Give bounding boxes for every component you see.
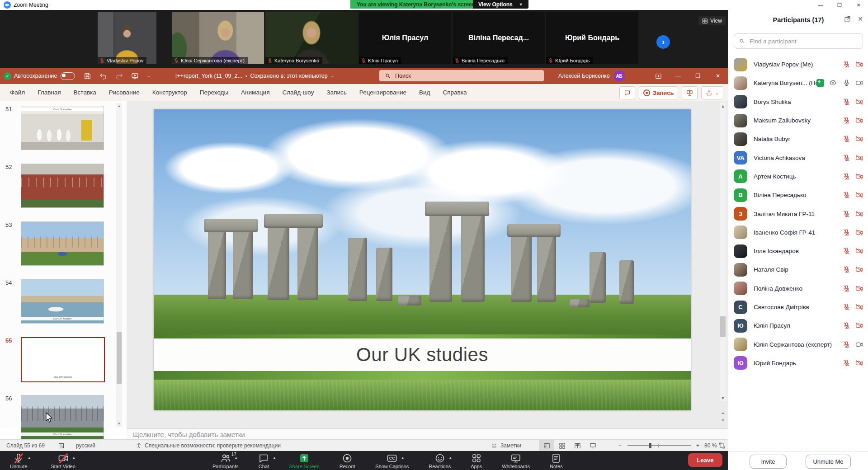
participant-row[interactable]: ЮЮрий Бондарь xyxy=(728,354,868,372)
share-button[interactable]: ⌄ xyxy=(701,86,723,99)
thumbnail-scrollbar[interactable]: ▲ ▼ xyxy=(116,103,122,427)
slide-thumbnail-row[interactable]: 56 Our UK studies xyxy=(0,395,127,440)
slide-thumbnail-row[interactable]: 51 Our UK studies xyxy=(0,106,127,151)
ppt-search-box[interactable]: Поиск xyxy=(379,70,544,81)
toolbar-record[interactable]: Record xyxy=(340,452,355,469)
close-panel-icon[interactable]: ✕ xyxy=(858,15,863,23)
ribbon-tab-5[interactable]: Переходы xyxy=(193,84,235,101)
redo-icon[interactable] xyxy=(115,72,123,80)
toolbar-apps[interactable]: Apps xyxy=(471,452,482,469)
slide-canvas[interactable]: Our UK studies xyxy=(154,109,691,410)
language-indicator[interactable]: русский xyxy=(76,440,95,451)
ribbon-tab-8[interactable]: Запись xyxy=(320,84,353,101)
slide-title[interactable]: Our UK studies xyxy=(356,344,488,366)
slide-thumbnail[interactable]: Our UK studies xyxy=(21,279,104,324)
ribbon-tab-6[interactable]: Анимация xyxy=(235,84,276,101)
zoom-in-button[interactable]: + xyxy=(696,440,699,451)
invite-button[interactable]: Invite xyxy=(750,455,787,469)
ribbon-tab-0[interactable]: Файл xyxy=(4,84,31,101)
normal-view-button[interactable] xyxy=(539,440,554,451)
toolbar-unmute[interactable]: ▲ Unmute xyxy=(10,452,28,469)
participant-row[interactable]: Юлія Сержантова (експерт) xyxy=(728,335,868,353)
participant-row[interactable]: ВВіліна Пересадько xyxy=(728,186,868,204)
chevron-up-icon[interactable]: ▲ xyxy=(234,456,238,460)
toolbar-share-screen[interactable]: Share Screen xyxy=(289,452,319,469)
toolbar-reactions[interactable]: ▲ Reactions xyxy=(429,452,451,469)
chevron-up-icon[interactable]: ▲ xyxy=(401,456,405,460)
video-tile[interactable]: Юлія Сержантова (експерт) xyxy=(172,12,264,64)
spellcheck-icon[interactable] xyxy=(58,440,65,451)
record-button[interactable]: Запись xyxy=(639,86,678,99)
participant-row[interactable]: Іваненко Софія ГР-41 xyxy=(728,223,868,242)
slide-scrollbar[interactable]: ▲ ▼ xyxy=(720,103,726,401)
next-slide-button[interactable]: ⏷ xyxy=(720,417,726,424)
video-tile[interactable]: Юлія Прасул Юлія Прасул xyxy=(359,12,451,64)
save-icon[interactable] xyxy=(84,72,91,80)
autosave-toggle[interactable] xyxy=(61,72,75,80)
participant-row[interactable]: ЮЮлія Прасул xyxy=(728,316,868,335)
slideshow-icon[interactable] xyxy=(131,72,139,80)
zoom-view-button[interactable]: View xyxy=(698,16,726,25)
zoom-slider[interactable] xyxy=(627,445,691,446)
video-tile[interactable]: Віліна Пересад... Віліна Пересадько xyxy=(453,12,545,64)
toolbar-participants[interactable]: 17 ▲ Participants xyxy=(212,452,238,469)
participant-row[interactable]: Vladyslav Popov (Me) xyxy=(728,55,868,74)
slide-thumbnail[interactable] xyxy=(21,221,104,266)
chevron-up-icon[interactable]: ▲ xyxy=(273,456,277,460)
participant-row[interactable]: AАртем Костиць xyxy=(728,167,868,186)
leave-button[interactable]: Leave xyxy=(688,453,722,467)
participant-row[interactable]: Поліна Довженко xyxy=(728,279,868,298)
chevron-up-icon[interactable]: ▲ xyxy=(27,456,31,460)
close-button[interactable]: ✕ xyxy=(849,0,868,10)
scroll-down-icon[interactable]: ▼ xyxy=(720,395,726,401)
undo-icon[interactable] xyxy=(99,72,107,80)
ribbon-tab-4[interactable]: Конструктор xyxy=(146,84,193,101)
accessibility-checker[interactable]: Специальные возможности: проверьте реком… xyxy=(136,440,281,451)
ribbon-tab-7[interactable]: Слайд-шоу xyxy=(276,84,320,101)
toolbar-show-captions[interactable]: CC ▲ Show Captions xyxy=(375,452,409,469)
slide-thumbnail[interactable]: Our UK studies xyxy=(21,337,105,382)
ribbon-tab-1[interactable]: Главная xyxy=(31,84,67,101)
presenter-coach-button[interactable] xyxy=(682,86,698,99)
slide-sorter-view-button[interactable] xyxy=(554,440,570,451)
chevron-up-icon[interactable]: ▲ xyxy=(72,456,76,460)
participant-row[interactable]: Ілля Іскандаров xyxy=(728,242,868,260)
comments-button[interactable] xyxy=(619,86,635,99)
previous-slide-button[interactable]: ⏶ xyxy=(720,409,726,417)
ribbon-tab-10[interactable]: Вид xyxy=(413,84,436,101)
toolbar-whiteboards[interactable]: Whiteboards xyxy=(502,452,530,469)
participant-row[interactable]: Kateryna Borysen... (Host) xyxy=(728,74,868,92)
maximize-button[interactable]: ❐ xyxy=(830,0,849,10)
participant-search[interactable] xyxy=(734,33,863,49)
reading-view-button[interactable] xyxy=(570,440,585,451)
ppt-minimize-button[interactable]: — xyxy=(668,68,688,84)
video-tile[interactable]: Юрий Бондарь Юрий Бондарь xyxy=(546,12,638,64)
popout-icon[interactable] xyxy=(844,15,851,23)
ribbon-tab-3[interactable]: Рисование xyxy=(103,84,146,101)
zoom-level[interactable]: 80 % xyxy=(704,440,717,451)
participant-row[interactable]: ССвятослав Дмітрієв xyxy=(728,298,868,316)
minimize-button[interactable]: — xyxy=(811,0,830,10)
scroll-up-icon[interactable]: ▲ xyxy=(116,103,122,109)
zoom-slider-thumb[interactable] xyxy=(649,443,651,448)
slide-thumbnail-row[interactable]: 54 Our UK studies xyxy=(0,279,127,324)
unmute-me-button[interactable]: Unmute Me xyxy=(806,455,851,469)
notes-pane[interactable]: Щелкните, чтобы добавить заметки xyxy=(127,428,734,440)
slide-thumbnail-row[interactable]: 53 xyxy=(0,221,127,267)
slide-thumbnail[interactable] xyxy=(21,164,104,208)
notes-toggle[interactable]: Заметки xyxy=(491,440,521,451)
scroll-down-icon[interactable]: ▼ xyxy=(116,421,122,427)
participant-row[interactable]: Maksum Zaliubovsky xyxy=(728,111,868,130)
participant-row[interactable]: Наталя Свір xyxy=(728,260,868,279)
ppt-restore-button[interactable]: ❐ xyxy=(688,68,708,84)
participant-search-input[interactable] xyxy=(749,38,854,45)
video-tile[interactable]: Vladyslav Popov xyxy=(98,12,156,64)
chevron-up-icon[interactable]: ▲ xyxy=(448,456,453,460)
toolbar-chat[interactable]: ▲ Chat xyxy=(258,452,269,469)
ribbon-tab-11[interactable]: Справка xyxy=(436,84,473,101)
participant-row[interactable]: Natalia Bubyr xyxy=(728,130,868,148)
ribbon-tab-9[interactable]: Рецензирование xyxy=(353,84,413,101)
slide-thumbnail-row[interactable]: 55 Our UK studies xyxy=(0,337,127,382)
toolbar-notes[interactable]: Notes xyxy=(550,452,563,469)
more-participants-arrow[interactable]: › xyxy=(656,35,670,49)
